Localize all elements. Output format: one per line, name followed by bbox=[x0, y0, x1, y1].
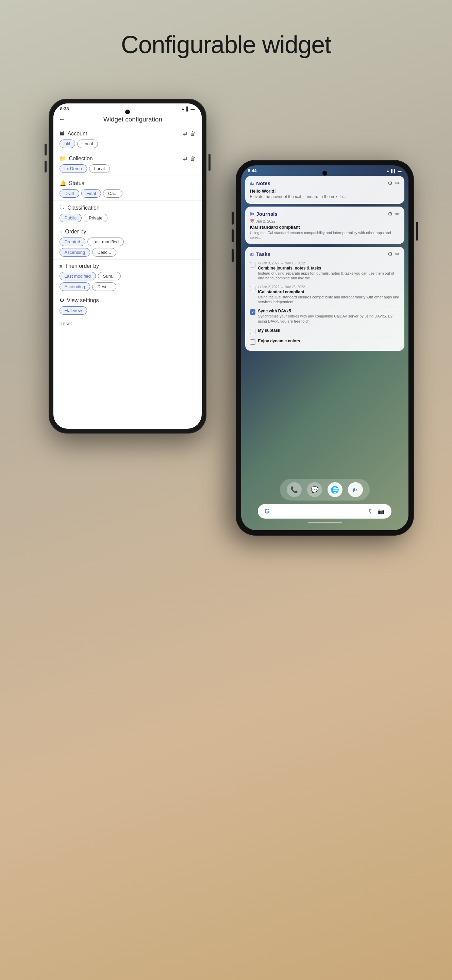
tasks-edit-icon[interactable]: ✏ bbox=[395, 251, 400, 257]
collection-chip-local[interactable]: Local bbox=[89, 164, 110, 173]
reset-link[interactable]: Reset bbox=[53, 318, 202, 329]
task-title-1: Combine journals, notes & tasks bbox=[258, 266, 400, 270]
collection-actions: ⇄ 🗑 bbox=[183, 155, 195, 162]
order-by-title: Order by bbox=[65, 229, 86, 235]
then-order-chips: Last modified Sum... bbox=[60, 272, 195, 280]
journals-widget-title: Journals bbox=[256, 211, 278, 217]
task-checkbox-1[interactable] bbox=[250, 262, 255, 267]
tasks-settings-icon[interactable]: ⚙ bbox=[388, 251, 392, 257]
then-order-dir-asc[interactable]: Ascending bbox=[60, 282, 90, 291]
then-order-dir-chips: Ascending Desc... bbox=[60, 282, 195, 291]
volume-down-button-back bbox=[44, 161, 47, 172]
back-button[interactable]: ← bbox=[59, 115, 66, 123]
account-actions: ⇄ 🗑 bbox=[183, 130, 195, 137]
account-chip-bkl[interactable]: bkl bbox=[60, 140, 76, 148]
notes-widget-title: Notes bbox=[256, 180, 270, 186]
dock-icons: 📞 💬 🌐 jtx bbox=[280, 479, 370, 501]
volume-down-front bbox=[232, 229, 234, 242]
order-by-title-row: ≡ Order by bbox=[60, 229, 195, 235]
then-order-chip-sum[interactable]: Sum... bbox=[98, 272, 121, 280]
classification-section: 🛡 Classification Public Private bbox=[53, 201, 202, 225]
order-dir-asc[interactable]: Ascending bbox=[60, 248, 90, 256]
dock-chrome-icon[interactable]: 🌐 bbox=[328, 482, 343, 497]
journals-title-row: jtx Journals bbox=[250, 211, 278, 217]
phone-front-screen: 8:44 ▲ ▌▌ ▬ jtx Notes bbox=[241, 165, 408, 530]
camera-back bbox=[125, 110, 130, 115]
status-chip-final[interactable]: Final bbox=[81, 189, 101, 198]
tasks-widget-title: Tasks bbox=[256, 251, 270, 257]
tasks-widget[interactable]: jtx Tasks ⚙ ✏ ↦ Jan 3, 2022 → Nov 15, 20… bbox=[245, 247, 404, 351]
search-bar[interactable]: G 🎙 📷 bbox=[258, 504, 392, 519]
config-content: 🏛 Account ⇄ 🗑 bkl Local bbox=[53, 126, 202, 429]
then-order-chip-lastmod[interactable]: Last modified bbox=[60, 272, 96, 280]
task-item-4: My subtask bbox=[250, 326, 400, 337]
task-checkbox-2[interactable] bbox=[250, 286, 255, 291]
lens-icon[interactable]: 📷 bbox=[378, 508, 385, 514]
then-order-title-row: ≡ Then order by bbox=[60, 263, 195, 269]
account-chip-local[interactable]: Local bbox=[77, 140, 98, 148]
view-settings-section: ⚙ View settings Flat view bbox=[53, 294, 202, 318]
order-chip-lastmod[interactable]: Last modified bbox=[87, 237, 124, 246]
journals-edit-icon[interactable]: ✏ bbox=[395, 211, 400, 217]
notes-app-icon: jtx bbox=[250, 181, 254, 185]
task-item-2: ↦ Jan 2, 2022 → Nov 25, 2022 iCal standa… bbox=[250, 283, 400, 307]
then-order-title: Then order by bbox=[65, 263, 99, 269]
phone-bottom: 📞 💬 🌐 jtx G 🎙 📷 bbox=[241, 479, 408, 523]
task-checkbox-5[interactable] bbox=[250, 339, 255, 345]
notes-settings-icon[interactable]: ⚙ bbox=[388, 180, 392, 186]
power-button-back bbox=[208, 154, 211, 171]
task-title-4: My subtask bbox=[258, 328, 400, 333]
status-time-front: 8:44 bbox=[248, 168, 257, 173]
classification-chip-public[interactable]: Public bbox=[60, 214, 82, 222]
collection-icon: 📁 bbox=[60, 155, 66, 162]
task-desc-1: Instead of using separate apps for journ… bbox=[258, 271, 400, 281]
classification-chip-private[interactable]: Private bbox=[84, 214, 108, 222]
status-title-row: 🔔 Status bbox=[60, 180, 195, 186]
collection-chip-jtx[interactable]: jtx Demo bbox=[60, 164, 87, 173]
notes-content: Hello World! Elevate the power of the ic… bbox=[250, 189, 400, 200]
dock-phone-icon[interactable]: 📞 bbox=[287, 482, 302, 497]
phone-back-screen: 8:38 ▲ ▌ ▬ ← Widget configuration bbox=[53, 103, 202, 429]
task-desc-2: Using the iCal standard ensures compatib… bbox=[258, 295, 400, 305]
collection-swap-button[interactable]: ⇄ bbox=[183, 155, 187, 162]
status-icon: 🔔 bbox=[60, 180, 66, 186]
classification-icon: 🛡 bbox=[60, 205, 65, 211]
app-bar-title: Widget configuration bbox=[70, 116, 196, 123]
power-button-front bbox=[416, 222, 418, 240]
journals-widget-actions: ⚙ ✏ bbox=[388, 211, 400, 217]
task-content-3: Sync with DAVx5 Synchronize your entries… bbox=[258, 309, 400, 324]
account-chips: bkl Local bbox=[60, 140, 195, 148]
dock-messages-icon[interactable]: 💬 bbox=[307, 482, 322, 497]
microphone-icon[interactable]: 🎙 bbox=[368, 508, 374, 515]
note-title: Hello World! bbox=[250, 189, 400, 194]
order-chip-created[interactable]: Created bbox=[60, 237, 86, 246]
battery-icon: ▬ bbox=[191, 107, 195, 111]
order-dir-desc[interactable]: Desc... bbox=[92, 248, 116, 256]
journals-widget-header: jtx Journals ⚙ ✏ bbox=[250, 211, 400, 217]
task-dates-1: ↦ Jan 3, 2022 → Nov 15, 2022 bbox=[258, 261, 400, 265]
notes-widget[interactable]: jtx Notes ⚙ ✏ Hello World! Elevate the p… bbox=[245, 176, 404, 204]
task-checkbox-3[interactable] bbox=[250, 309, 255, 315]
dock-jtx-icon[interactable]: jtx bbox=[348, 482, 363, 497]
journals-widget[interactable]: jtx Journals ⚙ ✏ 📅 Jan 2, 2022 iCal stan… bbox=[245, 207, 404, 244]
collection-section: 📁 Collection ⇄ 🗑 jtx Demo Local bbox=[53, 151, 202, 176]
collection-delete-button[interactable]: 🗑 bbox=[190, 155, 195, 162]
status-chip-ca[interactable]: Ca... bbox=[103, 189, 122, 198]
google-logo: G bbox=[265, 508, 270, 515]
view-settings-title-row: ⚙ View settings bbox=[60, 297, 195, 304]
account-delete-button[interactable]: 🗑 bbox=[190, 130, 195, 137]
view-chip-flat[interactable]: Flat view bbox=[60, 306, 87, 315]
order-by-chips: Created Last modified bbox=[60, 237, 195, 246]
home-indicator bbox=[308, 522, 342, 523]
status-chip-draft[interactable]: Draft bbox=[60, 189, 79, 198]
task-checkbox-4[interactable] bbox=[250, 329, 255, 334]
account-icon: 🏛 bbox=[60, 130, 65, 137]
account-title-row: 🏛 Account bbox=[60, 130, 87, 137]
view-settings-icon: ⚙ bbox=[60, 297, 64, 304]
account-swap-button[interactable]: ⇄ bbox=[183, 130, 187, 137]
journals-settings-icon[interactable]: ⚙ bbox=[388, 211, 392, 217]
silent-button-front bbox=[232, 249, 234, 262]
then-order-dir-desc[interactable]: Desc... bbox=[92, 282, 116, 291]
notes-edit-icon[interactable]: ✏ bbox=[395, 180, 400, 186]
journal-entry-title: iCal standard compliant bbox=[250, 224, 400, 230]
